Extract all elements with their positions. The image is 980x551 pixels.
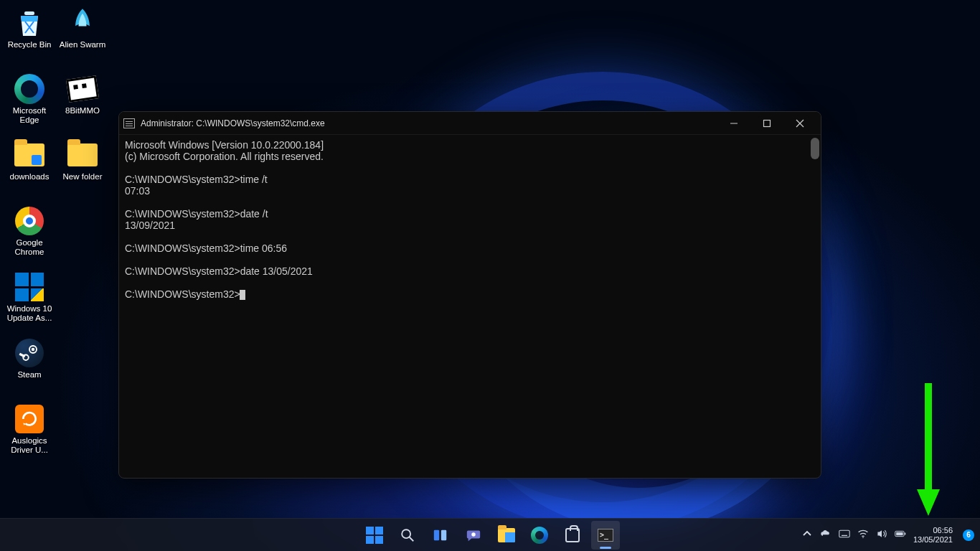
search-icon [400,527,415,543]
notification-badge[interactable]: 6 [963,529,974,541]
edge-icon [531,527,548,544]
desktop-icon-auslogics[interactable]: Auslogics Driver U... [3,399,56,465]
svg-rect-12 [434,529,439,540]
tray-chevron-button[interactable] [801,528,813,542]
desktop: Recycle Bin Microsoft Edge downloads Goo… [0,0,112,468]
desktop-icon-label: New folder [63,172,103,182]
store-icon [565,528,580,542]
desktop-icon-microsoft-edge[interactable]: Microsoft Edge [3,69,56,135]
desktop-icon-label: Windows 10 Update As... [4,304,55,323]
svg-rect-20 [905,533,905,535]
8bitmmo-icon [67,73,98,105]
tray-keyboard-button[interactable] [839,528,850,542]
desktop-icon-label: Auslogics Driver U... [4,436,55,455]
desktop-icon-label: downloads [10,172,50,182]
folder-icon [67,139,98,171]
start-button[interactable] [360,521,389,550]
chat-button[interactable] [459,521,488,550]
cmd-app-icon [123,118,135,128]
desktop-icon-label: Microsoft Edge [4,106,55,125]
recycle-bin-icon [14,7,45,39]
desktop-icon-steam[interactable]: Steam [3,333,56,399]
desktop-icon-label: 8BitMMO [65,106,100,116]
file-explorer-icon [498,528,515,542]
tray-volume-button[interactable] [876,528,887,542]
close-button[interactable] [783,112,816,135]
taskbar-center [360,521,620,550]
svg-rect-13 [441,529,446,540]
chat-icon [466,527,481,543]
terminal-icon [598,529,613,542]
annotation-arrow [914,383,943,519]
tray-wifi-button[interactable] [857,528,869,542]
svg-rect-0 [24,11,34,15]
title-bar[interactable]: Administrator: C:\WINDOWS\system32\cmd.e… [119,112,821,135]
svg-point-14 [471,532,476,537]
edge-button[interactable] [525,521,554,550]
windows-logo-icon [366,527,383,544]
clock-date: 13/05/2021 [913,535,953,545]
svg-marker-9 [917,489,940,516]
svg-point-10 [402,529,410,538]
svg-point-2 [32,348,35,352]
task-view-icon [433,527,448,543]
volume-icon [876,528,887,540]
maximize-button[interactable] [750,112,783,135]
desktop-icon-alien-swarm[interactable]: Alien Swarm [56,3,109,69]
desktop-icon-windows-update-assistant[interactable]: Windows 10 Update As... [3,267,56,333]
terminal-output[interactable]: Microsoft Windows [Version 10.0.22000.18… [119,135,821,478]
tray-battery-button[interactable] [895,528,906,542]
chevron-up-icon [801,528,813,540]
edge-icon [14,73,45,105]
terminal-cursor [240,290,245,300]
command-prompt-taskbar-button[interactable] [591,521,620,550]
keyboard-icon [839,528,850,540]
command-prompt-window[interactable]: Administrator: C:\WINDOWS\system32\cmd.e… [118,111,821,479]
terminal-text: Microsoft Windows [Version 10.0.22000.18… [125,139,324,300]
file-explorer-button[interactable] [492,521,521,550]
auslogics-icon [14,403,45,435]
taskbar-clock[interactable]: 06:56 13/05/2021 [913,526,956,545]
task-view-button[interactable] [426,521,455,550]
search-button[interactable] [393,521,422,550]
system-tray [801,528,906,542]
desktop-icon-recycle-bin[interactable]: Recycle Bin [3,3,56,69]
svg-rect-15 [839,530,849,537]
chrome-icon [14,205,45,237]
desktop-icon-google-chrome[interactable]: Google Chrome [3,201,56,267]
minimize-button[interactable] [717,112,750,135]
desktop-icon-label: Recycle Bin [8,40,52,50]
desktop-icon-8bitmmo[interactable]: 8BitMMO [56,69,109,135]
alien-swarm-icon [67,7,98,39]
desktop-icon-label: Steam [17,370,41,380]
svg-rect-19 [896,532,903,535]
clock-time: 06:56 [933,526,953,535]
taskbar: 06:56 13/05/2021 6 [0,518,980,551]
microsoft-store-button[interactable] [558,521,587,550]
cloud-icon [820,528,831,540]
desktop-icon-new-folder[interactable]: New folder [56,135,109,201]
svg-rect-5 [764,120,771,126]
folder-icon [14,139,45,171]
desktop-icon-label: Alien Swarm [60,40,106,50]
svg-line-11 [410,537,414,541]
taskbar-right: 06:56 13/05/2021 6 [801,526,974,545]
svg-point-17 [862,537,864,538]
scrollbar-thumb[interactable] [811,138,819,159]
tray-onedrive-button[interactable] [820,528,831,542]
window-title: Administrator: C:\WINDOWS\system32\cmd.e… [141,118,717,128]
wifi-icon [857,528,869,540]
steam-icon [14,337,45,369]
battery-icon [895,528,906,540]
desktop-icon-downloads[interactable]: downloads [3,135,56,201]
desktop-icon-label: Google Chrome [4,238,55,257]
windows-update-icon [14,271,45,303]
